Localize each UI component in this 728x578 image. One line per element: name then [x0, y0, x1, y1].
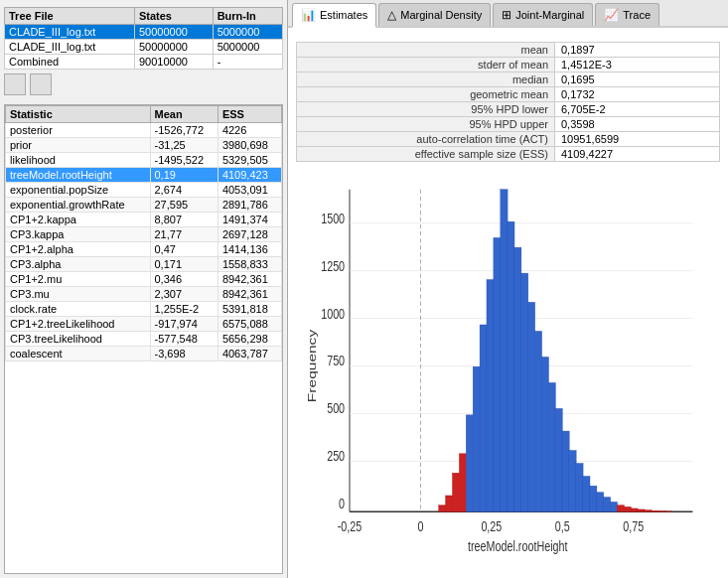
trace-row[interactable]: CP3.mu2,3078942,361 — [6, 287, 282, 302]
col-ess: ESS — [218, 106, 281, 123]
col-burnin: Burn-In — [213, 8, 282, 25]
stats-row: geometric mean0,1732 — [297, 87, 720, 102]
traces-table: Statistic Mean ESS posterior-1526,772422… — [5, 105, 282, 361]
stats-row: median0,1695 — [297, 72, 720, 87]
trace-row[interactable]: clock.rate1,255E-25391,818 — [6, 302, 282, 317]
stats-row: 95% HPD lower6,705E-2 — [297, 102, 720, 117]
histogram-bar — [480, 325, 487, 511]
x-axis-label: treeModel.rootHeight — [468, 537, 568, 554]
stats-row: mean0,1897 — [297, 43, 720, 58]
histogram-bar — [439, 506, 446, 511]
trace-row[interactable]: prior-31,253980,698 — [6, 138, 282, 153]
trace-icon: 📈 — [604, 8, 619, 22]
histogram-bar — [534, 332, 541, 512]
tab-marginal-density[interactable]: △ Marginal Density — [378, 3, 491, 26]
y-axis-label: Frequency — [306, 329, 318, 402]
tree-files-btn-row — [4, 73, 283, 95]
trace-row[interactable]: CP3.kappa21,772697,128 — [6, 227, 282, 242]
remove-tree-button[interactable] — [30, 73, 52, 95]
histogram-bar — [624, 506, 631, 511]
histogram-bar — [562, 431, 569, 511]
trace-row[interactable]: exponential.growthRate27,5952891,786 — [6, 198, 282, 213]
trace-row[interactable]: CP1+2.treeLikelihood-917,9746575,088 — [6, 317, 282, 332]
histogram-bar — [658, 511, 665, 512]
histogram-bar — [569, 451, 576, 512]
trace-row[interactable]: posterior-1526,7724226 — [6, 123, 282, 138]
stats-table: mean0,1897stderr of mean1,4512E-3median0… — [296, 42, 720, 162]
svg-text:1000: 1000 — [321, 305, 345, 322]
histogram-bar — [638, 509, 645, 511]
tree-file-row[interactable]: Combined90010000- — [5, 55, 283, 70]
stat-value: 0,1897 — [555, 43, 720, 58]
histogram-bar — [527, 302, 534, 511]
stat-label: stderr of mean — [297, 58, 555, 72]
tab-estimates[interactable]: 📊 Estimates — [292, 3, 376, 28]
svg-text:250: 250 — [327, 447, 345, 464]
trace-row[interactable]: exponential.popSize2,6744053,091 — [6, 183, 282, 198]
svg-text:0: 0 — [339, 495, 345, 511]
add-tree-button[interactable] — [4, 73, 26, 95]
tab-joint-marginal[interactable]: ⊞ Joint-Marginal — [493, 3, 593, 26]
histogram-bar — [610, 502, 617, 511]
histogram-bar — [555, 408, 562, 511]
stat-label: mean — [297, 43, 555, 58]
stat-value: 0,3598 — [555, 117, 720, 132]
histogram-bar — [631, 508, 638, 511]
tab-marginal-density-label: Marginal Density — [400, 9, 482, 21]
stat-label: 95% HPD lower — [297, 102, 555, 117]
chart-area: Frequency 0 250 500 750 1000 1250 1500 -… — [304, 170, 712, 562]
histogram-bar — [445, 496, 452, 511]
stats-row: auto-correlation time (ACT)10951,6599 — [297, 132, 720, 147]
joint-marginal-icon: ⊞ — [502, 8, 511, 22]
histogram-bar — [501, 190, 508, 511]
left-panel: Tree File States Burn-In CLADE_III_log.t… — [0, 0, 288, 578]
histogram-bar — [466, 415, 473, 511]
trace-row[interactable]: treeModel.rootHeight0,194109,423 — [6, 168, 282, 183]
chart-bars — [439, 190, 672, 511]
stat-label: median — [297, 72, 555, 87]
stat-label: geometric mean — [297, 87, 555, 102]
estimates-panel: mean0,1897stderr of mean1,4512E-3median0… — [288, 28, 728, 578]
stat-value: 6,705E-2 — [555, 102, 720, 117]
tab-joint-marginal-label: Joint-Marginal — [515, 9, 584, 21]
histogram-bar — [473, 366, 480, 511]
stats-row: 95% HPD upper0,3598 — [297, 117, 720, 132]
trace-row[interactable]: likelihood-1495,5225329,505 — [6, 153, 282, 168]
histogram-bar — [487, 280, 494, 512]
histogram-bar — [459, 454, 466, 511]
histogram-bar — [514, 247, 521, 511]
trace-row[interactable]: CP1+2.mu0,3468942,361 — [6, 272, 282, 287]
histogram-bar — [548, 382, 555, 511]
traces-section: Statistic Mean ESS posterior-1526,772422… — [4, 101, 283, 574]
trace-row[interactable]: CP3.alpha0,1711558,833 — [6, 257, 282, 272]
svg-text:1500: 1500 — [321, 210, 345, 226]
trace-row[interactable]: CP3.treeLikelihood-577,5485656,298 — [6, 332, 282, 347]
histogram-bar — [617, 506, 624, 511]
svg-text:500: 500 — [327, 400, 345, 417]
trace-row[interactable]: CP1+2.kappa8,8071491,374 — [6, 213, 282, 227]
svg-text:750: 750 — [327, 353, 345, 369]
svg-text:1250: 1250 — [321, 257, 345, 274]
histogram-chart: Frequency 0 250 500 750 1000 1250 1500 -… — [304, 170, 712, 562]
stat-value: 0,1732 — [555, 87, 720, 102]
estimates-icon: 📊 — [301, 8, 316, 22]
stat-label: auto-correlation time (ACT) — [297, 132, 555, 147]
histogram-bar — [603, 498, 610, 512]
stat-value: 4109,4227 — [555, 147, 720, 162]
trace-row[interactable]: CP1+2.alpha0,471414,136 — [6, 242, 282, 257]
svg-text:0,25: 0,25 — [481, 517, 502, 534]
traces-table-wrapper[interactable]: Statistic Mean ESS posterior-1526,772422… — [4, 104, 283, 574]
stat-value: 10951,6599 — [555, 132, 720, 147]
tree-file-row[interactable]: CLADE_III_log.txt500000005000000 — [5, 25, 283, 40]
stat-label: 95% HPD upper — [297, 117, 555, 132]
histogram-bar — [576, 464, 583, 512]
right-panel: 📊 Estimates △ Marginal Density ⊞ Joint-M… — [288, 0, 728, 578]
col-tree-file: Tree File — [5, 8, 135, 25]
stat-value: 1,4512E-3 — [555, 58, 720, 72]
tab-trace-label: Trace — [623, 9, 651, 21]
svg-text:0: 0 — [417, 517, 423, 534]
trace-row[interactable]: coalescent-3,6984063,787 — [6, 347, 282, 361]
stat-label: effective sample size (ESS) — [297, 147, 555, 162]
tree-file-row[interactable]: CLADE_III_log.txt500000005000000 — [5, 40, 283, 55]
tab-trace[interactable]: 📈 Trace — [595, 3, 659, 26]
